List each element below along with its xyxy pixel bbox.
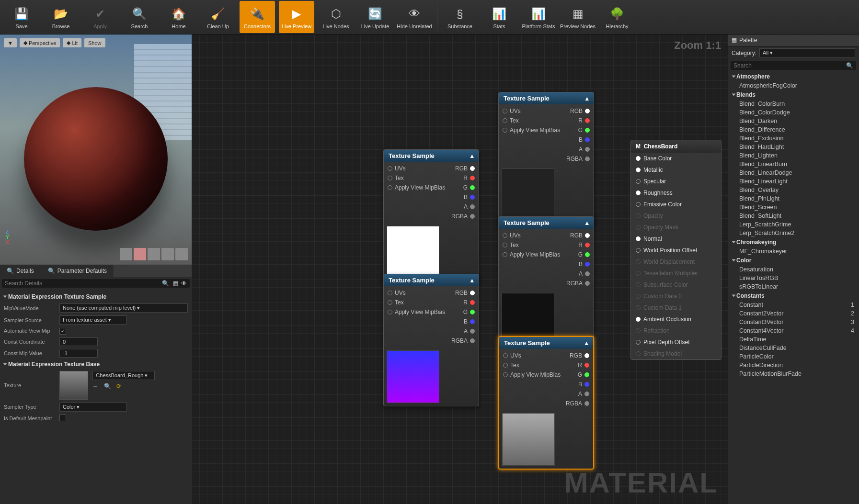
output-pin-A[interactable]: A — [579, 146, 590, 153]
toolbar-platform-stats-button[interactable]: 📊Platform Stats — [521, 1, 556, 33]
palette-item-constant4vector[interactable]: Constant4Vector4 — [730, 326, 857, 335]
category-select[interactable]: All ▾ — [759, 48, 855, 57]
palette-item-blend_linearburn[interactable]: Blend_LinearBurn — [730, 160, 857, 168]
palette-item-blend_linearlight[interactable]: Blend_LinearLight — [730, 177, 857, 186]
output-pin-G[interactable]: G — [463, 309, 475, 315]
palette-category-constants[interactable]: Constants — [730, 291, 857, 301]
input-pin-Tex[interactable]: Tex — [503, 242, 519, 248]
palette-item-blend_darken[interactable]: Blend_Darken — [730, 117, 857, 125]
toolbar-hide-unrelated-button[interactable]: 👁Hide Unrelated — [397, 1, 432, 33]
texture-thumbnail[interactable] — [59, 371, 88, 400]
tab-details[interactable]: 🔍 Details — [0, 265, 41, 277]
input-pin-Tex[interactable]: Tex — [503, 117, 519, 124]
palette-item-deltatime[interactable]: DeltaTime — [730, 335, 857, 344]
palette-item-particlemotionblurfade[interactable]: ParticleMotionBlurFade — [730, 370, 857, 378]
palette-item-blend_hardlight[interactable]: Blend_HardLight — [730, 143, 857, 151]
texture-sample-node[interactable]: Texture Sample▴UVsRGBTexRApply View MipB… — [498, 92, 594, 224]
shape-cylinder-button[interactable] — [120, 248, 132, 260]
input-pin-UVs[interactable]: UVs — [503, 352, 521, 359]
collapse-icon[interactable]: ▴ — [585, 95, 589, 102]
output-pin-B[interactable]: B — [579, 261, 590, 268]
section-texture-base[interactable]: Material Expression Texture Base — [4, 359, 188, 370]
palette-item-lerp_scratchgrime2[interactable]: Lerp_ScratchGrime2 — [730, 229, 857, 237]
eye-icon[interactable]: 👁 — [181, 280, 187, 287]
palette-item-blend_pinlight[interactable]: Blend_PinLight — [730, 194, 857, 203]
texture-sample-node[interactable]: Texture Sample▴UVsRGBTexRApply View MipB… — [498, 216, 594, 349]
output-pin-RGB[interactable]: RGB — [455, 165, 475, 172]
toolbar-home-button[interactable]: 🏠Home — [161, 1, 196, 33]
reset-asset-icon[interactable]: ⟳ — [116, 383, 123, 390]
texture-asset-select[interactable]: ChessBoard_Rough ▾ — [92, 371, 155, 380]
output-pin-R[interactable]: R — [463, 175, 475, 181]
toolbar-clean-up-button[interactable]: 🧹Clean Up — [200, 1, 236, 33]
toolbar-live-update-button[interactable]: 🔄Live Update — [357, 1, 393, 33]
palette-item-blend_difference[interactable]: Blend_Difference — [730, 125, 857, 134]
toolbar-save-button[interactable]: 💾Save — [4, 1, 39, 33]
palette-item-blend_colorburn[interactable]: Blend_ColorBurn — [730, 100, 857, 108]
output-pin-A[interactable]: A — [578, 391, 589, 397]
toolbar-stats-button[interactable]: 📊Stats — [481, 1, 517, 33]
palette-search-input[interactable] — [733, 62, 846, 69]
output-pin-A[interactable]: A — [464, 203, 475, 210]
palette-item-mf_chromakeyer[interactable]: MF_Chromakeyer — [730, 247, 857, 256]
samplersource-select[interactable]: From texture asset ▾ — [59, 315, 126, 325]
mat-pin-roughness[interactable]: Roughness — [631, 187, 721, 199]
output-pin-A[interactable]: A — [579, 270, 590, 277]
viewport-menu-button[interactable]: ▼ — [4, 38, 17, 47]
palette-item-blend_overlay[interactable]: Blend_Overlay — [730, 186, 857, 194]
output-pin-RGBA[interactable]: RGBA — [451, 337, 475, 344]
palette-item-distancecullfade[interactable]: DistanceCullFade — [730, 344, 857, 352]
input-pin-Apply View MipBias[interactable]: Apply View MipBias — [388, 184, 445, 191]
output-pin-RGB[interactable]: RGB — [570, 108, 590, 114]
autoviewmip-checkbox[interactable] — [59, 328, 66, 335]
tab-parameter-defaults[interactable]: 🔍 Parameter Defaults — [41, 265, 114, 277]
collapse-icon[interactable]: ▴ — [585, 339, 588, 347]
palette-item-constant3vector[interactable]: Constant3Vector3 — [730, 318, 857, 326]
collapse-icon[interactable]: ▴ — [470, 152, 474, 159]
output-pin-RGBA[interactable]: RGBA — [566, 400, 589, 407]
toolbar-hierarchy-button[interactable]: 🌳Hierarchy — [599, 1, 635, 33]
find-asset-icon[interactable]: 🔍 — [104, 383, 113, 390]
input-pin-Tex[interactable]: Tex — [388, 299, 404, 306]
palette-tab[interactable]: ▦ Palette — [728, 34, 859, 46]
mat-pin-world-position-offset[interactable]: World Position Offset — [631, 245, 721, 256]
perspective-button[interactable]: ◆ Perspective — [20, 38, 60, 47]
toolbar-substance-button[interactable]: §Substance — [442, 1, 478, 33]
texture-sample-node[interactable]: Texture Sample▴UVsRGBTexRApply View MipB… — [383, 274, 479, 406]
output-pin-B[interactable]: B — [464, 318, 475, 325]
palette-item-atmosphericfogcolor[interactable]: AtmosphericFogColor — [730, 81, 857, 90]
show-button[interactable]: Show — [84, 38, 105, 47]
grid-view-icon[interactable]: ▦ — [173, 280, 178, 287]
palette-item-srgbtolinear[interactable]: sRGBToLinear — [730, 282, 857, 291]
palette-item-blend_colordodge[interactable]: Blend_ColorDodge — [730, 108, 857, 117]
material-output-node[interactable]: M_ChessBoard Base ColorMetallicSpecularR… — [630, 140, 722, 360]
output-pin-RGBA[interactable]: RGBA — [566, 156, 590, 162]
mat-pin-pixel-depth-offset[interactable]: Pixel Depth Offset — [631, 336, 721, 348]
palette-item-blend_screen[interactable]: Blend_Screen — [730, 203, 857, 212]
palette-item-particledirection[interactable]: ParticleDirection — [730, 361, 857, 370]
output-pin-G[interactable]: G — [578, 251, 590, 258]
input-pin-Tex[interactable]: Tex — [503, 362, 519, 369]
output-pin-B[interactable]: B — [578, 381, 589, 388]
toolbar-browse-button[interactable]: 📂Browse — [43, 1, 79, 33]
output-pin-RGB[interactable]: RGB — [455, 290, 475, 296]
input-pin-UVs[interactable]: UVs — [388, 165, 406, 172]
output-pin-G[interactable]: G — [578, 371, 589, 378]
palette-category-chromakeying[interactable]: Chromakeying — [730, 237, 857, 247]
palette-item-blend_lighten[interactable]: Blend_Lighten — [730, 151, 857, 160]
mat-pin-emissive-color[interactable]: Emissive Color — [631, 199, 721, 210]
output-pin-B[interactable]: B — [464, 194, 475, 201]
palette-item-constant2vector[interactable]: Constant2Vector2 — [730, 309, 857, 318]
mat-pin-normal[interactable]: Normal — [631, 233, 721, 245]
mat-pin-ambient-occlusion[interactable]: Ambient Occlusion — [631, 314, 721, 325]
texture-sample-node[interactable]: Texture Sample▴UVsRGBTexRApply View MipB… — [498, 336, 594, 470]
output-pin-G[interactable]: G — [463, 184, 475, 191]
palette-item-constant[interactable]: Constant1 — [730, 301, 857, 309]
palette-category-atmosphere[interactable]: Atmosphere — [730, 72, 857, 81]
input-pin-Apply View MipBias[interactable]: Apply View MipBias — [503, 251, 560, 258]
toolbar-live-nodes-button[interactable]: ⬡Live Nodes — [318, 1, 354, 33]
palette-item-particlecolor[interactable]: ParticleColor — [730, 352, 857, 361]
mipvaluemode-select[interactable]: None (use computed mip level) ▾ — [59, 303, 188, 313]
palette-item-desaturation[interactable]: Desaturation — [730, 265, 857, 274]
shape-cube-button[interactable] — [161, 248, 174, 260]
